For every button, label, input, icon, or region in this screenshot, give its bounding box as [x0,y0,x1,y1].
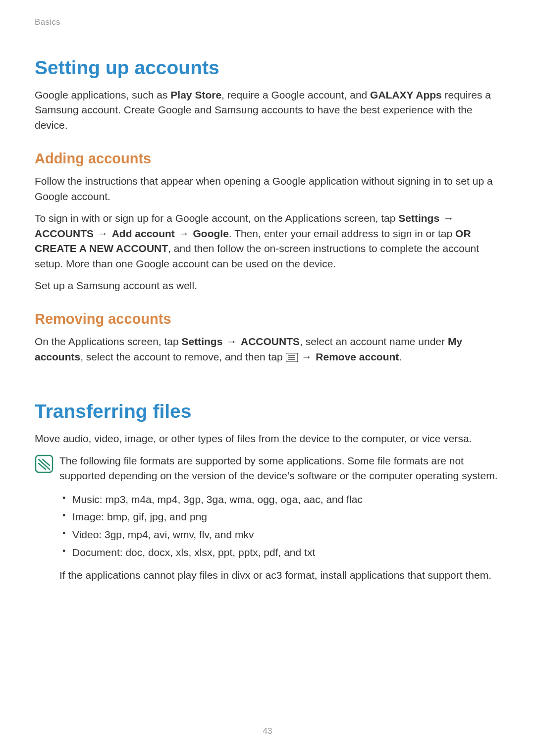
arrow-icon: → [298,351,316,362]
bold-text: ACCOUNTS [35,228,94,239]
arrow-icon: → [222,336,241,347]
text: , require a Google account, and [221,89,370,101]
note-text: If the applications cannot play files in… [59,568,500,583]
page-number: 43 [0,726,535,736]
bold-text: Settings [182,336,223,347]
menu-icon [286,351,298,366]
list-item: Video: 3gp, mp4, avi, wmv, flv, and mkv [72,526,500,544]
text: To sign in with or sign up for a Google … [35,212,398,224]
section-title: Transferring files [35,401,500,422]
section-title: Setting up accounts [35,57,500,79]
text: . Then, enter your email address to sign… [229,228,455,239]
list-item: Image: bmp, gif, jpg, and png [72,508,500,526]
note-content: The following file formats are supported… [59,454,500,590]
page-header: Basics [35,17,500,27]
bold-text: Settings [398,212,439,224]
header-rule [25,0,25,25]
bold-text: Add account [112,228,175,239]
text: . [399,351,402,362]
document-page: Basics Setting up accounts Google applic… [0,0,535,756]
bold-text: Remove account [316,351,399,362]
body-text: Follow the instructions that appear when… [35,174,500,204]
subsection-heading-adding: Adding accounts [35,151,500,167]
text: , select an account name under [300,336,448,347]
note-icon [35,454,59,475]
arrow-icon: → [175,228,193,239]
section-transferring-files: Transferring files Move audio, video, im… [35,401,500,590]
bold-text: Play Store [170,89,221,101]
text: , select the account to remove, and then… [80,351,285,362]
intro-paragraph: Google applications, such as Play Store,… [35,88,500,133]
list-item: Document: doc, docx, xls, xlsx, ppt, ppt… [72,544,500,561]
body-text: Move audio, video, image, or other types… [35,431,500,446]
note-text: The following file formats are supported… [59,454,500,484]
bold-text: Google [193,228,229,239]
body-text: On the Applications screen, tap Settings… [35,334,500,366]
arrow-icon: → [439,212,455,224]
body-text: To sign in with or sign up for a Google … [35,211,500,271]
body-text: Set up a Samsung account as well. [35,278,500,293]
arrow-icon: → [94,228,112,239]
note-block: The following file formats are supported… [35,454,500,590]
list-item: Music: mp3, m4a, mp4, 3gp, 3ga, wma, ogg… [72,491,500,508]
format-list: Music: mp3, m4a, mp4, 3gp, 3ga, wma, ogg… [59,491,500,561]
subsection-heading-removing: Removing accounts [35,311,500,327]
text: Google applications, such as [35,89,170,101]
bold-text: GALAXY Apps [370,89,442,101]
bold-text: ACCOUNTS [241,336,300,347]
breadcrumb: Basics [35,17,500,27]
section-setting-up-accounts: Setting up accounts Google applications,… [35,57,500,366]
text: On the Applications screen, tap [35,336,182,347]
